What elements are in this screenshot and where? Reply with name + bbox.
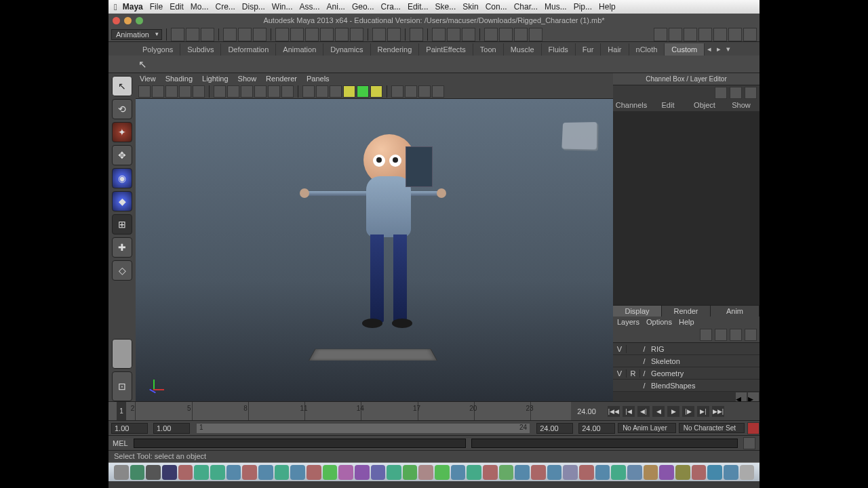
dock-app-icon[interactable] — [692, 465, 707, 480]
panel-layout-icon[interactable] — [743, 28, 757, 41]
character-set-dropdown[interactable]: No Character Set — [679, 423, 745, 433]
dock-app-icon[interactable] — [178, 465, 193, 480]
panel-layout-icon[interactable] — [728, 28, 742, 41]
zoom-icon[interactable] — [136, 17, 143, 24]
make-live-icon[interactable] — [350, 28, 363, 41]
dock-app-icon[interactable] — [355, 465, 370, 480]
dock-app-icon[interactable] — [499, 465, 514, 480]
custom-shelf-item-icon[interactable]: ↖ — [138, 58, 151, 70]
view-cube-icon[interactable] — [561, 122, 597, 150]
view-menu-item[interactable]: Renderer — [266, 75, 297, 83]
minimize-icon[interactable] — [124, 17, 132, 24]
toggle-toolbox-icon[interactable] — [499, 28, 513, 41]
layer-type-toggle[interactable]: R — [627, 369, 640, 378]
dock-app-icon[interactable] — [724, 465, 738, 480]
go-end-icon[interactable]: ▶▶| — [712, 406, 724, 417]
dock-app-icon[interactable] — [467, 465, 481, 480]
shelf-tab[interactable]: Rendering — [371, 43, 420, 56]
mac-menu-item[interactable]: Disp... — [242, 2, 265, 12]
mac-menu-item[interactable]: Ske... — [435, 2, 456, 12]
view-tool-icon[interactable] — [302, 85, 315, 98]
shelf-tab[interactable]: Hair — [601, 43, 629, 56]
panel-layout-icon[interactable] — [698, 28, 712, 41]
shelf-tab[interactable]: Polygons — [136, 43, 180, 56]
ipr-render-icon[interactable] — [447, 28, 460, 41]
view-tool-icon[interactable] — [330, 85, 342, 98]
shelf-tab[interactable]: Custom — [665, 43, 705, 56]
lasso-tool-icon[interactable]: ⟲ — [112, 99, 132, 119]
step-forward-icon[interactable]: |▶ — [682, 406, 694, 417]
dock-app-icon[interactable] — [162, 465, 177, 480]
step-forward-key-icon[interactable]: ▶| — [697, 406, 709, 417]
layer-row[interactable]: /BlendShapes — [613, 380, 760, 392]
dock-app-icon[interactable] — [323, 465, 338, 480]
layer-visible-toggle[interactable]: V — [613, 345, 627, 353]
view-tool-icon[interactable] — [391, 85, 403, 98]
move-tool-icon[interactable]: ✥ — [112, 145, 132, 165]
shelf-tab[interactable]: Muscle — [504, 43, 542, 56]
dock-app-icon[interactable] — [258, 465, 273, 480]
step-back-key-icon[interactable]: |◀ — [623, 406, 635, 417]
shelf-tab[interactable]: Fur — [576, 43, 601, 56]
view-menu-item[interactable]: Shading — [165, 75, 193, 83]
view-tool-icon[interactable] — [432, 85, 444, 98]
view-tool-icon[interactable] — [316, 85, 328, 98]
paint-select-tool-icon[interactable]: ✦ — [112, 122, 132, 142]
dock-app-icon[interactable] — [194, 465, 209, 480]
layer-tab-render[interactable]: Render — [662, 306, 711, 317]
mac-menu-item[interactable]: Geo... — [352, 2, 374, 12]
layer-menu-layers[interactable]: Layers — [617, 318, 639, 326]
dock-app-icon[interactable] — [130, 465, 145, 480]
anim-layer-dropdown[interactable]: No Anim Layer — [618, 423, 676, 433]
panel-layout-icon[interactable] — [669, 28, 682, 41]
scale-tool-icon[interactable]: ◆ — [112, 191, 132, 211]
mac-menu-item[interactable]: Mus... — [545, 2, 567, 12]
layer-icon[interactable] — [700, 329, 712, 341]
new-scene-icon[interactable] — [171, 28, 184, 41]
shelf-menu-icon[interactable]: ▾ — [724, 43, 733, 56]
dock-app-icon[interactable] — [644, 465, 658, 480]
shelf-tab[interactable]: Toon — [473, 43, 504, 56]
script-editor-icon[interactable] — [743, 437, 755, 449]
layer-icon[interactable] — [730, 329, 742, 341]
step-back-icon[interactable]: ◀| — [637, 406, 650, 417]
mac-menu-item[interactable]: Help — [599, 2, 616, 12]
view-tool-icon[interactable] — [281, 85, 294, 98]
mac-menu-item[interactable]: Edit — [170, 2, 184, 12]
dock-app-icon[interactable] — [611, 465, 626, 480]
channel-box-icon[interactable] — [745, 87, 757, 99]
mac-menu-item[interactable]: Con... — [486, 2, 507, 12]
dock-app-icon[interactable] — [403, 465, 418, 480]
snap-point-icon[interactable] — [305, 28, 319, 41]
shelf-tab[interactable]: PaintEffects — [419, 43, 473, 56]
mac-menu-item[interactable]: Ani... — [327, 2, 345, 12]
dock-app-icon[interactable] — [418, 465, 433, 480]
layer-menu-help[interactable]: Help — [679, 318, 694, 326]
snap-curve-icon[interactable] — [290, 28, 304, 41]
panel-layout-icon[interactable] — [654, 28, 667, 41]
mac-menu-item[interactable]: Edit... — [408, 2, 429, 12]
shelf-scroll-left-icon[interactable]: ◂ — [705, 43, 714, 56]
save-scene-icon[interactable] — [201, 28, 214, 41]
layer-icon[interactable] — [745, 329, 757, 341]
layer-row[interactable]: V/RIG — [613, 343, 760, 355]
apple-icon[interactable]:  — [114, 2, 117, 12]
view-tool-icon[interactable] — [405, 85, 417, 98]
dock-app-icon[interactable] — [242, 465, 257, 480]
view-tool-icon[interactable] — [370, 85, 382, 98]
play-forward-icon[interactable]: ▶ — [667, 406, 679, 417]
dock-app-icon[interactable] — [275, 465, 290, 480]
dock-app-icon[interactable] — [435, 465, 450, 480]
range-slider[interactable]: 1 24 — [197, 424, 530, 433]
dock-app-icon[interactable] — [675, 465, 690, 480]
render-frame-icon[interactable] — [432, 28, 446, 41]
shelf-tab[interactable]: Deformation — [221, 43, 276, 56]
shelf-tab[interactable]: Fluids — [542, 43, 576, 56]
select-tool-icon[interactable]: ↖ — [112, 76, 132, 96]
cb-tab-show[interactable]: Show — [723, 99, 760, 111]
cb-tab-channels[interactable]: Channels — [613, 99, 650, 111]
close-icon[interactable] — [113, 17, 120, 24]
cb-tab-object[interactable]: Object — [686, 99, 723, 111]
mac-menu-item[interactable]: Char... — [514, 2, 538, 12]
snap-live-icon[interactable] — [335, 28, 349, 41]
